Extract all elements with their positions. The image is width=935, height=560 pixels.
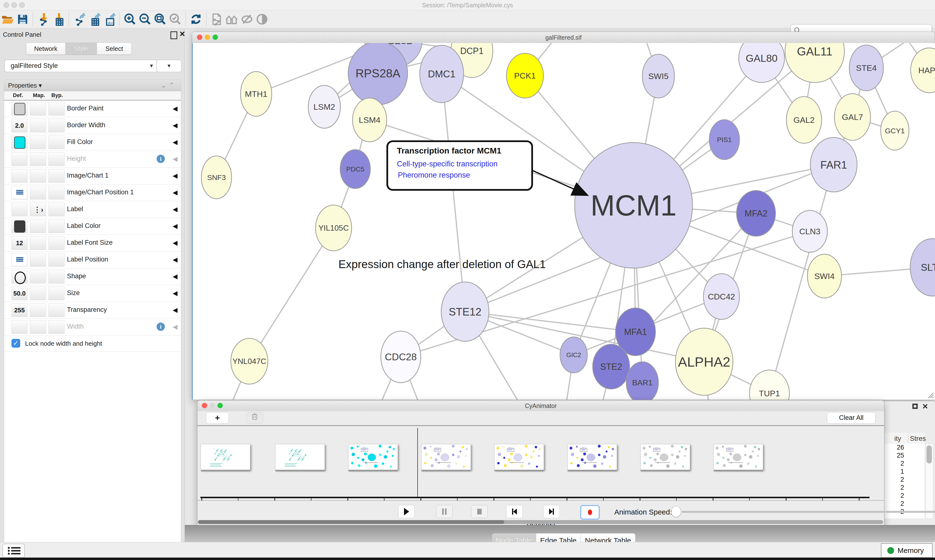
- property-row-transparency[interactable]: 255Transparency◀: [4, 302, 181, 319]
- property-row-border-width[interactable]: 2.0Border Width◀: [4, 117, 181, 134]
- default-cell[interactable]: [11, 169, 28, 183]
- mapping-cell[interactable]: [30, 186, 46, 200]
- home-button[interactable]: [225, 11, 239, 27]
- properties-header[interactable]: Properties ▾⌄⌃: [4, 80, 181, 91]
- default-cell[interactable]: [11, 253, 28, 267]
- default-value-swatch[interactable]: [14, 220, 25, 232]
- keyframe-thumbnail-3[interactable]: [421, 444, 471, 470]
- default-value[interactable]: 255: [12, 304, 27, 317]
- style-dropdown[interactable]: galFiltered Style▾: [5, 60, 158, 72]
- default-value[interactable]: 12: [12, 237, 27, 249]
- tab-style[interactable]: Style: [65, 43, 97, 54]
- close-panel-icon[interactable]: ✕: [179, 31, 185, 37]
- default-cell[interactable]: [11, 152, 28, 166]
- skip-end-button[interactable]: [543, 505, 560, 518]
- bypass-cell[interactable]: [48, 186, 65, 200]
- network-node-ste4[interactable]: STE4: [849, 45, 883, 91]
- network-canvas[interactable]: RPS28BDCP1RPS28ADMC1PCK1MTH1LSM2LSM4SWI5…: [192, 43, 935, 400]
- property-row-label-color[interactable]: Label Color◀: [4, 218, 181, 235]
- table-cell-value[interactable]: 2: [884, 484, 924, 492]
- zoom-out-button[interactable]: [138, 11, 152, 27]
- column-divider[interactable]: [908, 434, 909, 443]
- expand-property-icon[interactable]: ◀: [173, 306, 177, 314]
- mapping-cell[interactable]: [30, 253, 46, 267]
- keyframe-thumbnail-2[interactable]: [348, 444, 398, 470]
- memory-button[interactable]: Memory: [881, 543, 933, 558]
- network-node-mcm1[interactable]: MCM1: [575, 143, 693, 268]
- network-node-pis1[interactable]: PIS1: [709, 120, 739, 160]
- keyframe-thumbnail-5[interactable]: [567, 444, 617, 470]
- network-edge[interactable]: [249, 228, 333, 361]
- expand-property-icon[interactable]: ◀: [173, 256, 177, 263]
- open-session-button[interactable]: [0, 11, 15, 27]
- export-network-button[interactable]: [72, 11, 86, 27]
- table-column-header[interactable]: Stres: [910, 435, 926, 443]
- zoom-fit-button[interactable]: [153, 11, 167, 27]
- annotation-link-2[interactable]: Pheromone response: [398, 171, 470, 180]
- default-cell[interactable]: 2.0: [11, 119, 28, 132]
- export-table-button[interactable]: [87, 11, 101, 27]
- default-value-swatch[interactable]: [14, 103, 25, 115]
- mapping-cell[interactable]: [30, 119, 46, 132]
- mapping-cell[interactable]: ⋮›: [30, 203, 46, 216]
- export-image-button[interactable]: [102, 11, 116, 27]
- float-panel-icon[interactable]: [912, 403, 918, 409]
- network-node-cdc28[interactable]: CDC28: [381, 331, 421, 383]
- style-options-button[interactable]: ▾: [156, 60, 182, 72]
- mapping-cell[interactable]: [30, 320, 46, 334]
- animator-timeline[interactable]: 0123456789 Seconds: [197, 426, 884, 501]
- mapping-cell[interactable]: [30, 303, 46, 317]
- bypass-cell[interactable]: [48, 270, 65, 283]
- keyframe-thumbnail-0[interactable]: [201, 444, 250, 470]
- default-value-swatch[interactable]: [14, 137, 25, 149]
- zoom-selected-button[interactable]: [168, 11, 182, 27]
- expand-property-icon[interactable]: ◀: [173, 289, 177, 297]
- default-value[interactable]: 50.0: [12, 287, 27, 300]
- bypass-cell[interactable]: [48, 135, 65, 149]
- network-edge[interactable]: [442, 74, 465, 312]
- table-cell-value[interactable]: 25: [884, 452, 924, 460]
- record-button[interactable]: [580, 505, 600, 520]
- network-node-far1[interactable]: FAR1: [810, 137, 857, 192]
- show-glyph-button[interactable]: [255, 11, 269, 27]
- table-cell-value[interactable]: 1: [884, 468, 924, 476]
- keyframe-thumbnail-7[interactable]: [713, 444, 763, 470]
- network-node-mth1[interactable]: MTH1: [241, 72, 272, 116]
- timeline-hscrollbar[interactable]: [198, 520, 883, 524]
- network-node-slt2[interactable]: SLT2: [910, 238, 935, 296]
- table-cell-value[interactable]: 2: [884, 476, 924, 484]
- mapping-cell[interactable]: [30, 219, 46, 233]
- pause-button[interactable]: [436, 505, 453, 518]
- keyframe-thumbnail-6[interactable]: [640, 444, 690, 470]
- network-node-cdc42[interactable]: CDC42: [704, 274, 739, 319]
- network-node-rps28a[interactable]: RPS28A: [348, 43, 407, 105]
- tab-network[interactable]: Network: [26, 43, 65, 54]
- table-cell-value[interactable]: 2: [884, 500, 924, 508]
- expand-property-icon[interactable]: ◀: [173, 323, 177, 331]
- refresh-view-button[interactable]: [189, 11, 203, 27]
- info-icon[interactable]: i: [157, 155, 165, 163]
- info-icon[interactable]: i: [157, 323, 165, 331]
- task-list-button[interactable]: [2, 544, 25, 558]
- bypass-cell[interactable]: [48, 169, 65, 183]
- default-cell[interactable]: [11, 135, 28, 149]
- default-cell[interactable]: 255: [11, 303, 28, 317]
- network-node-ynl047c[interactable]: YNL047C: [231, 338, 268, 384]
- expand-property-icon[interactable]: ◀: [173, 222, 177, 230]
- table-cell-value[interactable]: 2: [884, 492, 924, 500]
- cyanimator-titlebar[interactable]: CyAnimator: [197, 400, 884, 411]
- resize-grip-icon[interactable]: [925, 390, 933, 398]
- hide-glyph-button[interactable]: [240, 11, 254, 27]
- bypass-cell[interactable]: [48, 219, 65, 233]
- network-node-lsm4[interactable]: LSM4: [353, 98, 387, 142]
- table-cell-value[interactable]: 26: [884, 444, 924, 452]
- property-row-label-position[interactable]: Label Position◀: [4, 252, 181, 268]
- network-node-alpha2[interactable]: ALPHA2: [676, 328, 733, 395]
- keyframe-thumbnail-1[interactable]: [275, 444, 325, 470]
- float-panel-icon[interactable]: [170, 31, 177, 39]
- property-row-border-paint[interactable]: Border Paint◀: [4, 100, 181, 117]
- expand-property-icon[interactable]: ◀: [173, 172, 177, 180]
- property-row-image-chart-position-1[interactable]: Image/Chart Position 1◀: [4, 185, 181, 201]
- bypass-cell[interactable]: [48, 320, 65, 334]
- mapping-cell[interactable]: [30, 270, 46, 283]
